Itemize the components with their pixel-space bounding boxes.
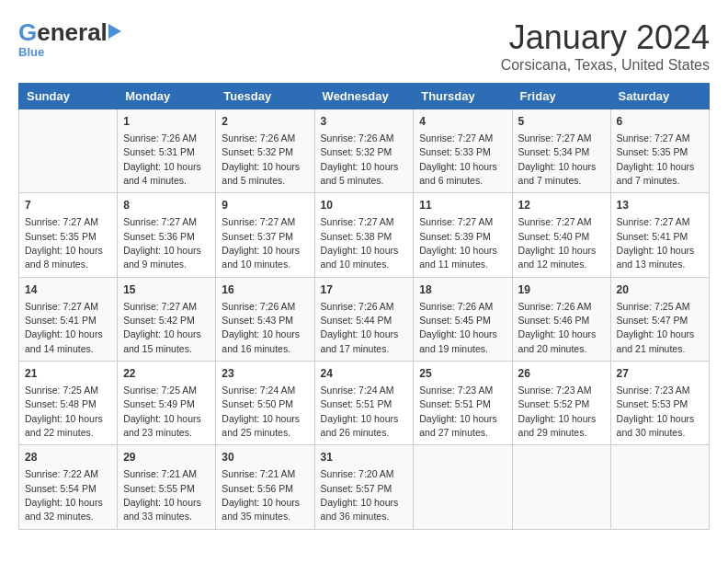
- day-sunrise: Sunrise: 7:23 AM: [419, 385, 493, 396]
- day-sunset: Sunset: 5:35 PM: [617, 146, 688, 157]
- calendar-day-cell: 15Sunrise: 7:27 AMSunset: 5:42 PMDayligh…: [118, 277, 216, 361]
- day-sunset: Sunset: 5:51 PM: [321, 398, 392, 409]
- logo-arrow-icon: [108, 24, 121, 39]
- day-daylight: Daylight: 10 hours and 22 minutes.: [25, 413, 103, 438]
- day-daylight: Daylight: 10 hours and 6 minutes.: [419, 161, 497, 186]
- day-daylight: Daylight: 10 hours and 11 minutes.: [419, 245, 497, 270]
- day-sunrise: Sunrise: 7:23 AM: [617, 385, 690, 396]
- calendar-day-cell: 22Sunrise: 7:25 AMSunset: 5:49 PMDayligh…: [118, 362, 216, 445]
- calendar-day-cell: 12Sunrise: 7:27 AMSunset: 5:40 PMDayligh…: [512, 193, 610, 277]
- day-number: 19: [518, 282, 605, 298]
- calendar-day-cell: 6Sunrise: 7:27 AMSunset: 5:35 PMDaylight…: [610, 109, 709, 193]
- day-number: 6: [617, 114, 703, 130]
- day-sunrise: Sunrise: 7:26 AM: [321, 301, 394, 312]
- day-number: 17: [321, 282, 408, 298]
- day-sunrise: Sunrise: 7:26 AM: [419, 301, 493, 312]
- day-daylight: Daylight: 10 hours and 17 minutes.: [321, 328, 399, 353]
- day-number: 3: [321, 114, 408, 130]
- day-sunset: Sunset: 5:52 PM: [518, 398, 590, 409]
- calendar-day-cell: 1Sunrise: 7:26 AMSunset: 5:31 PMDaylight…: [118, 109, 216, 193]
- day-number: 13: [617, 198, 703, 213]
- day-number: 10: [321, 198, 408, 213]
- day-sunrise: Sunrise: 7:26 AM: [518, 301, 592, 312]
- day-daylight: Daylight: 10 hours and 23 minutes.: [123, 413, 201, 438]
- day-daylight: Daylight: 10 hours and 15 minutes.: [123, 328, 201, 353]
- day-sunset: Sunset: 5:35 PM: [25, 231, 97, 242]
- logo-text-blue: Blue: [18, 45, 44, 59]
- day-sunrise: Sunrise: 7:24 AM: [222, 385, 295, 396]
- page-header: General Blue January 2024 Corsicana, Tex…: [18, 18, 710, 74]
- calendar-day-cell: [610, 445, 709, 529]
- day-sunrise: Sunrise: 7:27 AM: [617, 216, 690, 227]
- day-sunset: Sunset: 5:38 PM: [321, 231, 392, 242]
- day-daylight: Daylight: 10 hours and 32 minutes.: [25, 497, 103, 522]
- calendar-week-row: 14Sunrise: 7:27 AMSunset: 5:41 PMDayligh…: [19, 277, 710, 361]
- day-daylight: Daylight: 10 hours and 5 minutes.: [321, 161, 399, 186]
- day-sunrise: Sunrise: 7:27 AM: [222, 216, 295, 227]
- day-number: 27: [617, 366, 703, 382]
- day-number: 8: [123, 198, 210, 213]
- day-sunrise: Sunrise: 7:27 AM: [321, 216, 394, 227]
- day-sunset: Sunset: 5:46 PM: [518, 315, 590, 326]
- calendar-week-row: 28Sunrise: 7:22 AMSunset: 5:54 PMDayligh…: [19, 445, 710, 529]
- day-sunrise: Sunrise: 7:26 AM: [321, 132, 394, 144]
- page-title: January 2024: [501, 18, 710, 57]
- calendar-day-cell: 14Sunrise: 7:27 AMSunset: 5:41 PMDayligh…: [19, 277, 118, 361]
- calendar-day-cell: 21Sunrise: 7:25 AMSunset: 5:48 PMDayligh…: [19, 362, 118, 445]
- logo: General Blue: [18, 18, 121, 59]
- header-thursday: Thursday: [414, 84, 512, 109]
- logo-text-general: General: [18, 18, 108, 47]
- day-number: 4: [419, 114, 506, 130]
- calendar-day-cell: [414, 445, 512, 529]
- day-sunrise: Sunrise: 7:27 AM: [25, 301, 98, 312]
- day-sunrise: Sunrise: 7:25 AM: [123, 385, 197, 396]
- day-sunrise: Sunrise: 7:26 AM: [123, 132, 197, 144]
- day-daylight: Daylight: 10 hours and 5 minutes.: [222, 161, 300, 186]
- day-number: 31: [321, 450, 408, 465]
- day-daylight: Daylight: 10 hours and 8 minutes.: [25, 245, 103, 270]
- calendar-day-cell: 11Sunrise: 7:27 AMSunset: 5:39 PMDayligh…: [414, 193, 512, 277]
- day-sunset: Sunset: 5:48 PM: [25, 398, 97, 409]
- header-friday: Friday: [512, 84, 610, 109]
- day-sunset: Sunset: 5:36 PM: [123, 231, 195, 242]
- day-daylight: Daylight: 10 hours and 21 minutes.: [617, 328, 695, 353]
- day-daylight: Daylight: 10 hours and 30 minutes.: [617, 413, 695, 438]
- day-sunrise: Sunrise: 7:27 AM: [617, 132, 690, 144]
- day-sunrise: Sunrise: 7:27 AM: [518, 216, 592, 227]
- day-number: 16: [222, 282, 308, 298]
- day-daylight: Daylight: 10 hours and 36 minutes.: [321, 497, 399, 522]
- day-sunset: Sunset: 5:41 PM: [617, 231, 688, 242]
- header-saturday: Saturday: [610, 84, 709, 109]
- calendar-day-cell: 27Sunrise: 7:23 AMSunset: 5:53 PMDayligh…: [610, 362, 709, 445]
- day-sunset: Sunset: 5:50 PM: [222, 398, 293, 409]
- calendar-day-cell: 29Sunrise: 7:21 AMSunset: 5:55 PMDayligh…: [118, 445, 216, 529]
- calendar-day-cell: 20Sunrise: 7:25 AMSunset: 5:47 PMDayligh…: [610, 277, 709, 361]
- calendar-day-cell: 31Sunrise: 7:20 AMSunset: 5:57 PMDayligh…: [314, 445, 414, 529]
- calendar-day-cell: 3Sunrise: 7:26 AMSunset: 5:32 PMDaylight…: [314, 109, 414, 193]
- day-number: 21: [25, 366, 111, 382]
- calendar-day-cell: 24Sunrise: 7:24 AMSunset: 5:51 PMDayligh…: [314, 362, 414, 445]
- day-sunrise: Sunrise: 7:22 AM: [25, 468, 98, 479]
- day-sunset: Sunset: 5:51 PM: [419, 398, 491, 409]
- day-sunset: Sunset: 5:45 PM: [419, 315, 491, 326]
- day-daylight: Daylight: 10 hours and 10 minutes.: [222, 245, 300, 270]
- calendar-week-row: 1Sunrise: 7:26 AMSunset: 5:31 PMDaylight…: [19, 109, 710, 193]
- day-number: 2: [222, 114, 308, 130]
- day-sunrise: Sunrise: 7:23 AM: [518, 385, 592, 396]
- day-sunrise: Sunrise: 7:20 AM: [321, 468, 394, 479]
- day-sunset: Sunset: 5:34 PM: [518, 146, 590, 157]
- calendar-week-row: 7Sunrise: 7:27 AMSunset: 5:35 PMDaylight…: [19, 193, 710, 277]
- day-daylight: Daylight: 10 hours and 25 minutes.: [222, 413, 300, 438]
- day-number: 25: [419, 366, 506, 382]
- calendar-week-row: 21Sunrise: 7:25 AMSunset: 5:48 PMDayligh…: [19, 362, 710, 445]
- day-daylight: Daylight: 10 hours and 10 minutes.: [321, 245, 399, 270]
- day-sunrise: Sunrise: 7:27 AM: [419, 216, 493, 227]
- day-daylight: Daylight: 10 hours and 13 minutes.: [617, 245, 695, 270]
- day-number: 24: [321, 366, 408, 382]
- day-sunrise: Sunrise: 7:27 AM: [518, 132, 592, 144]
- day-sunrise: Sunrise: 7:24 AM: [321, 385, 394, 396]
- day-number: 20: [617, 282, 703, 298]
- calendar-day-cell: 28Sunrise: 7:22 AMSunset: 5:54 PMDayligh…: [19, 445, 118, 529]
- day-number: 1: [123, 114, 210, 130]
- calendar-day-cell: 4Sunrise: 7:27 AMSunset: 5:33 PMDaylight…: [414, 109, 512, 193]
